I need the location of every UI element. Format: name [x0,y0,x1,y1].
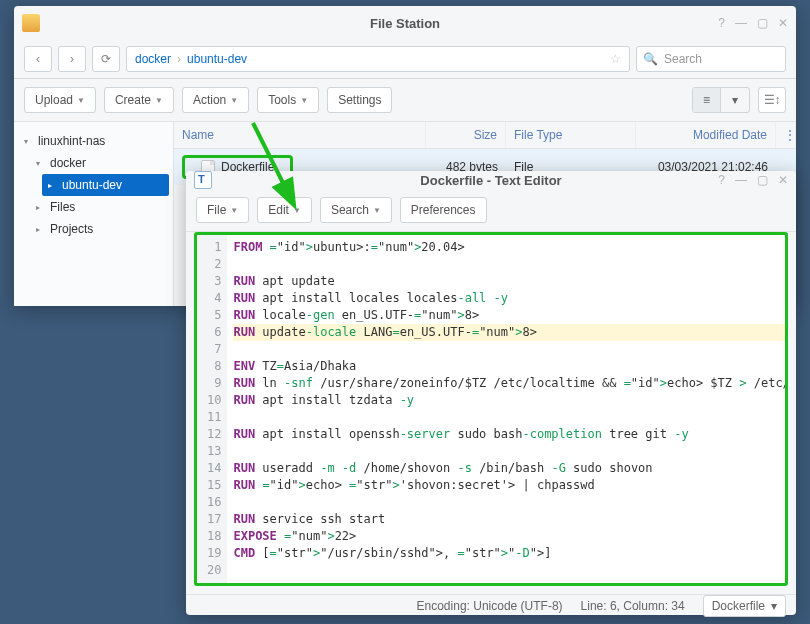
tools-button[interactable]: Tools▼ [257,87,319,113]
minimize-icon[interactable]: — [735,173,747,187]
editor-area: 1 2 3 4 5 6 7 8 9 10 11 12 13 14 15 16 1… [186,232,796,594]
search-menu[interactable]: Search▼ [320,197,392,223]
caret-down-icon: ▾ [36,159,46,168]
refresh-button[interactable]: ⟳ [92,46,120,72]
upload-button[interactable]: Upload▼ [24,87,96,113]
caret-down-icon: ▼ [300,96,308,105]
encoding-label: Encoding: Unicode (UTF-8) [417,599,563,613]
maximize-icon[interactable]: ▢ [757,173,768,187]
caret-down-icon: ▾ [771,599,777,613]
language-select[interactable]: Dockerfile▾ [703,595,786,617]
breadcrumb-item[interactable]: ubuntu-dev [187,52,247,66]
preferences-button[interactable]: Preferences [400,197,487,223]
tree-item[interactable]: ▸Files [30,196,169,218]
status-bar: Encoding: Unicode (UTF-8) Line: 6, Colum… [186,594,796,617]
tree-item[interactable]: ▾docker [30,152,169,174]
line-gutter: 1 2 3 4 5 6 7 8 9 10 11 12 13 14 15 16 1… [197,235,227,583]
caret-down-icon: ▼ [155,96,163,105]
window-controls: ? — ▢ ✕ [718,173,788,187]
window-controls: ? — ▢ ✕ [718,16,788,30]
create-button[interactable]: Create▼ [104,87,174,113]
breadcrumb-item[interactable]: docker [135,52,171,66]
forward-button[interactable]: › [58,46,86,72]
folder-tree: ▾linuxhint-nas ▾docker ▸ubuntu-dev ▸File… [14,122,174,306]
grid-view-button[interactable]: ▾ [721,88,749,112]
search-input[interactable]: 🔍 Search [636,46,786,72]
window-title: File Station [370,16,440,31]
settings-button[interactable]: Settings [327,87,392,113]
app-icon [194,171,212,189]
caret-down-icon: ▼ [373,206,381,215]
col-name[interactable]: Name [174,122,426,148]
sort-button[interactable]: ☰↕ [758,87,786,113]
text-editor-window: Dockerfile - Text Editor ? — ▢ ✕ File▼ E… [186,171,796,615]
list-view-button[interactable]: ≡ [693,88,721,112]
maximize-icon[interactable]: ▢ [757,16,768,30]
code-editor[interactable]: 1 2 3 4 5 6 7 8 9 10 11 12 13 14 15 16 1… [194,232,788,586]
caret-down-icon: ▼ [230,206,238,215]
close-icon[interactable]: ✕ [778,173,788,187]
column-headers[interactable]: Name Size File Type Modified Date ⋮ [174,122,796,149]
back-button[interactable]: ‹ [24,46,52,72]
edit-menu[interactable]: Edit▼ [257,197,312,223]
caret-right-icon: ▸ [36,225,46,234]
caret-right-icon: ▸ [48,181,58,190]
window-title: Dockerfile - Text Editor [420,173,561,188]
view-mode-group: ≡ ▾ [692,87,750,113]
navigation-bar: ‹ › ⟳ docker › ubuntu-dev ☆ 🔍 Search [14,40,796,79]
titlebar[interactable]: Dockerfile - Text Editor ? — ▢ ✕ [186,171,796,189]
caret-down-icon: ▼ [230,96,238,105]
caret-right-icon: ▸ [36,203,46,212]
col-date[interactable]: Modified Date [636,122,776,148]
toolbar: Upload▼ Create▼ Action▼ Tools▼ Settings … [14,79,796,122]
caret-down-icon: ▼ [293,206,301,215]
tree-item-selected[interactable]: ▸ubuntu-dev [42,174,169,196]
tree-root[interactable]: ▾linuxhint-nas [18,130,169,152]
close-icon[interactable]: ✕ [778,16,788,30]
code-content[interactable]: FROM ="id">ubuntu>:="num">20.04> RUN apt… [227,235,788,583]
cursor-position: Line: 6, Column: 34 [581,599,685,613]
action-button[interactable]: Action▼ [182,87,249,113]
caret-down-icon: ▼ [77,96,85,105]
search-icon: 🔍 [643,52,658,66]
col-size[interactable]: Size [426,122,506,148]
col-more[interactable]: ⋮ [776,122,796,148]
chevron-right-icon: › [177,52,181,66]
titlebar[interactable]: File Station ? — ▢ ✕ [14,6,796,40]
breadcrumb[interactable]: docker › ubuntu-dev ☆ [126,46,630,72]
caret-down-icon: ▾ [24,137,34,146]
tree-item[interactable]: ▸Projects [30,218,169,240]
app-icon [22,14,40,32]
search-placeholder: Search [664,52,702,66]
menu-bar: File▼ Edit▼ Search▼ Preferences [186,189,796,232]
help-icon[interactable]: ? [718,173,725,187]
file-menu[interactable]: File▼ [196,197,249,223]
help-icon[interactable]: ? [718,16,725,30]
minimize-icon[interactable]: — [735,16,747,30]
col-type[interactable]: File Type [506,122,636,148]
star-icon[interactable]: ☆ [610,52,621,66]
